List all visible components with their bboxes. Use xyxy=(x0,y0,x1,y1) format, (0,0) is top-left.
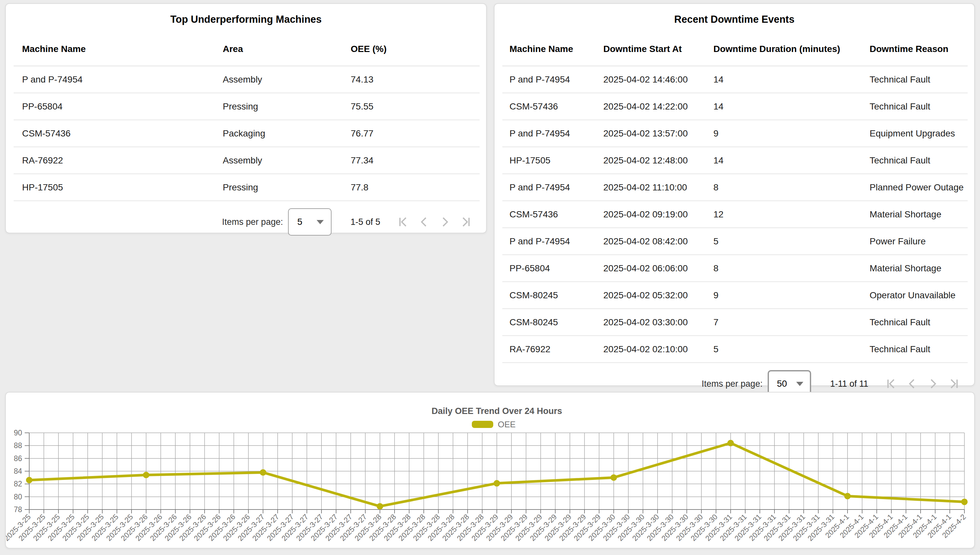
table-row: CSM-574362025-04-02 09:19:0012Material S… xyxy=(502,201,968,228)
table-cell: Technical Fault xyxy=(862,66,968,93)
table-cell: PP-65804 xyxy=(14,93,214,120)
table-cell: 5 xyxy=(706,228,862,255)
table-cell: 2025-04-02 02:10:00 xyxy=(596,336,706,363)
table-cell: 2025-04-02 11:10:00 xyxy=(596,174,706,201)
last-page-button[interactable] xyxy=(459,215,474,229)
items-per-page-label: Items per page: xyxy=(222,217,283,227)
legend-swatch[interactable] xyxy=(472,421,493,428)
table-row: PP-658042025-04-02 06:06:008Material Sho… xyxy=(502,255,968,282)
pager-nav xyxy=(883,377,962,391)
underperforming-machines-card: Top Underperforming Machines Machine Nam… xyxy=(5,3,487,233)
table-cell: HP-17505 xyxy=(14,174,214,201)
column-header: Machine Name xyxy=(14,32,214,66)
table-row: P and P-749542025-04-02 13:57:009Equipme… xyxy=(502,120,968,147)
table-cell: Packaging xyxy=(214,120,342,147)
table-cell: P and P-74954 xyxy=(502,66,596,93)
last-page-button[interactable] xyxy=(948,377,962,391)
table-cell: CSM-57436 xyxy=(14,120,214,147)
data-point-marker[interactable] xyxy=(611,475,617,481)
first-page-icon xyxy=(883,377,897,391)
column-header: Downtime Duration (minutes) xyxy=(706,32,862,66)
downtime-events-card: Recent Downtime Events Machine NameDownt… xyxy=(494,3,975,386)
table-cell: Equipment Upgrades xyxy=(862,120,968,147)
data-point-marker[interactable] xyxy=(961,499,968,505)
table-row: HP-17505Pressing77.8 xyxy=(14,174,480,201)
data-point-marker[interactable] xyxy=(727,440,734,446)
table-cell: Material Shortage xyxy=(862,255,968,282)
table-row: RA-76922Assembly77.34 xyxy=(14,147,480,174)
data-point-marker[interactable] xyxy=(494,480,500,486)
table-cell: P and P-74954 xyxy=(502,228,596,255)
table-cell: 2025-04-02 08:42:00 xyxy=(596,228,706,255)
page-size-value: 50 xyxy=(777,379,787,389)
y-axis-label: 88 xyxy=(14,441,22,450)
table-row: CSM-802452025-04-02 05:32:009Operator Un… xyxy=(502,282,968,309)
next-page-button[interactable] xyxy=(926,377,940,391)
table-cell: Technical Fault xyxy=(862,147,968,174)
column-header: Downtime Reason xyxy=(862,32,968,66)
table-row: P and P-749542025-04-02 14:46:0014Techni… xyxy=(502,66,968,93)
table-cell: 75.55 xyxy=(342,93,480,120)
first-page-button[interactable] xyxy=(883,377,897,391)
table-cell: Technical Fault xyxy=(862,93,968,120)
chevron-down-icon xyxy=(317,220,324,224)
table-cell: Assembly xyxy=(214,66,342,93)
table-cell: 74.13 xyxy=(342,66,480,93)
table-row: P and P-749542025-04-02 08:42:005Power F… xyxy=(502,228,968,255)
table-cell: RA-76922 xyxy=(502,336,596,363)
table-cell: P and P-74954 xyxy=(502,174,596,201)
previous-page-button[interactable] xyxy=(905,377,919,391)
table-row: CSM-802452025-04-02 03:30:007Technical F… xyxy=(502,309,968,336)
y-axis-label: 84 xyxy=(14,467,22,475)
items-per-page-label: Items per page: xyxy=(702,379,763,389)
table-cell: HP-17505 xyxy=(502,147,596,174)
table-cell: Technical Fault xyxy=(862,336,968,363)
data-point-marker[interactable] xyxy=(26,477,32,483)
table-cell: 2025-04-02 13:57:00 xyxy=(596,120,706,147)
legend-label[interactable]: OEE xyxy=(498,420,516,429)
data-point-marker[interactable] xyxy=(260,469,266,476)
table-cell: 2025-04-02 09:19:00 xyxy=(596,201,706,228)
underperforming-machines-table: Machine NameAreaOEE (%)P and P-74954Asse… xyxy=(14,32,480,201)
first-page-button[interactable] xyxy=(395,215,409,229)
table-cell: 14 xyxy=(706,66,862,93)
table-cell: 12 xyxy=(706,201,862,228)
y-axis-label: 78 xyxy=(14,505,22,514)
card-title: Top Underperforming Machines xyxy=(6,4,486,25)
column-header: OEE (%) xyxy=(342,32,480,66)
column-header: Machine Name xyxy=(502,32,596,66)
table-cell: Power Failure xyxy=(862,228,968,255)
table-cell: 2025-04-02 03:30:00 xyxy=(596,309,706,336)
table-cell: 5 xyxy=(706,336,862,363)
table-cell: 2025-04-02 05:32:00 xyxy=(596,282,706,309)
table-cell: CSM-57436 xyxy=(502,93,596,120)
table-cell: P and P-74954 xyxy=(14,66,214,93)
y-axis-label: 80 xyxy=(14,492,22,501)
table-cell: 8 xyxy=(706,174,862,201)
y-axis-label: 90 xyxy=(14,428,22,437)
range-label: 1-5 of 5 xyxy=(350,217,380,227)
data-point-marker[interactable] xyxy=(143,472,149,478)
table-row: CSM-574362025-04-02 14:22:0014Technical … xyxy=(502,93,968,120)
table-cell: CSM-57436 xyxy=(502,201,596,228)
table-cell: 7 xyxy=(706,309,862,336)
table-cell: Planned Power Outage xyxy=(862,174,968,201)
y-axis-label: 82 xyxy=(14,480,22,488)
next-page-button[interactable] xyxy=(438,215,452,229)
table-cell: 2025-04-02 14:22:00 xyxy=(596,93,706,120)
table-cell: 2025-04-02 06:06:00 xyxy=(596,255,706,282)
table-cell: 2025-04-02 12:48:00 xyxy=(596,147,706,174)
table-cell: PP-65804 xyxy=(502,255,596,282)
table-cell: RA-76922 xyxy=(14,147,214,174)
data-point-marker[interactable] xyxy=(377,503,383,510)
page-size-select[interactable]: 5 xyxy=(288,208,331,236)
chart-title: Daily OEE Trend Over 24 Hours xyxy=(432,406,562,416)
previous-page-button[interactable] xyxy=(417,215,431,229)
oee-trend-line-chart: 788082848688902025-3-252025-3-252025-3-2… xyxy=(6,393,974,548)
data-point-marker[interactable] xyxy=(844,493,851,499)
table-cell: Pressing xyxy=(214,174,342,201)
table-cell: 2025-04-02 14:46:00 xyxy=(596,66,706,93)
table-cell: 77.34 xyxy=(342,147,480,174)
table-paginator: Items per page: 5 1-5 of 5 xyxy=(6,208,486,236)
column-header: Area xyxy=(214,32,342,66)
